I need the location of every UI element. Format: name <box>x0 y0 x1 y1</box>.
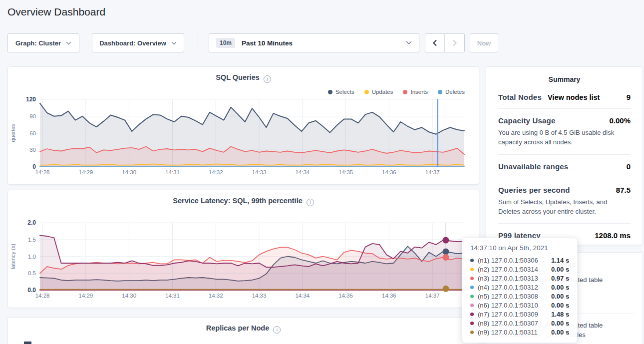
summary-title: Summary <box>486 67 643 83</box>
capacity-usage-label: Capacity Usage <box>498 116 556 125</box>
sql-queries-chart[interactable]: 14:2814:2914:3014:3114:3214:3314:3414:35… <box>8 96 479 183</box>
tooltip-node-row: (n6) 127.0.0.1:503100.00 s <box>470 301 570 310</box>
svg-text:14:31: 14:31 <box>165 169 180 175</box>
node-address: (n1) 127.0.0.1:50306 <box>478 257 551 264</box>
svg-text:14:35: 14:35 <box>338 293 353 299</box>
graph-dropdown[interactable]: Graph: Cluster <box>7 33 79 52</box>
node-latency-value: 1.48 s <box>551 311 569 318</box>
qps-desc: Sum of Selects, Updates, Inserts, and De… <box>498 198 631 217</box>
svg-text:14:33: 14:33 <box>252 293 267 299</box>
unavailable-ranges-value: 0 <box>627 162 631 171</box>
sql-queries-chart-panel: SQL Queriesi SelectsUpdatesInsertsDelete… <box>7 66 479 185</box>
node-color-dot <box>470 295 474 298</box>
dashboard-dropdown[interactable]: Dashboard: Overview <box>92 33 184 52</box>
time-step-buttons <box>425 33 465 52</box>
node-address: (n9) 127.0.0.1:50311 <box>478 329 551 336</box>
qps-value: 87.5 <box>616 186 631 194</box>
legend-item-updates[interactable]: Updates <box>364 89 393 95</box>
overview-dashboard-page: Overview Dashboard Graph: Cluster Dashbo… <box>0 0 644 344</box>
node-color-dot <box>470 313 474 316</box>
node-address: (n6) 127.0.0.1:50310 <box>478 302 551 309</box>
svg-text:14:31: 14:31 <box>165 293 180 299</box>
svg-text:14:30: 14:30 <box>122 293 136 299</box>
legend-label: Deletes <box>445 89 465 95</box>
graph-dropdown-label: Graph: Cluster <box>15 39 61 47</box>
svg-text:0.5: 0.5 <box>28 270 36 276</box>
node-color-dot <box>470 331 474 334</box>
svg-text:14:32: 14:32 <box>209 169 223 175</box>
node-address: (n5) 127.0.0.1:50308 <box>478 293 551 300</box>
svg-text:2.0: 2.0 <box>27 219 36 226</box>
qps-label: Queries per second <box>498 186 570 194</box>
svg-text:14:35: 14:35 <box>338 169 353 175</box>
summary-row-total-nodes: Total Nodes View nodes list 9 <box>498 85 631 109</box>
time-range-badge: 10m <box>216 38 235 48</box>
page-title: Overview Dashboard <box>7 6 105 18</box>
svg-text:1.5: 1.5 <box>28 237 36 243</box>
svg-text:14:28: 14:28 <box>35 293 50 299</box>
summary-row-unavailable-ranges: Unavailable ranges 0 <box>498 155 631 178</box>
node-color-dot <box>470 322 474 325</box>
svg-text:14:36: 14:36 <box>382 169 396 175</box>
service-latency-chart-panel: Service Latency: SQL, 99th percentilei 1… <box>7 190 479 308</box>
chevron-down-icon <box>171 41 177 45</box>
svg-text:14:33: 14:33 <box>252 169 267 175</box>
svg-text:14:29: 14:29 <box>78 293 93 299</box>
svg-text:30: 30 <box>29 147 36 153</box>
chevron-down-icon <box>406 41 412 45</box>
replicas-per-node-chart-title: Replicas per Nodei <box>8 324 479 334</box>
total-nodes-value: 9 <box>627 93 631 101</box>
legend-dot <box>403 90 407 94</box>
node-latency-value: 0.00 s <box>551 284 569 291</box>
time-step-forward-button[interactable] <box>445 34 464 52</box>
svg-text:14:32: 14:32 <box>209 293 223 299</box>
node-color-dot <box>470 259 474 262</box>
replicas-per-node-chart-panel: Replicas per Nodei <box>7 317 479 344</box>
tooltip-rows: (n1) 127.0.0.1:503061.14 s(n2) 127.0.0.1… <box>470 256 570 337</box>
node-color-dot <box>470 304 474 307</box>
node-address: (n2) 127.0.0.1:50314 <box>478 266 551 273</box>
svg-text:90: 90 <box>29 113 36 119</box>
svg-text:0: 0 <box>32 163 36 170</box>
svg-text:1.0: 1.0 <box>28 254 36 260</box>
chevron-left-icon <box>432 39 437 46</box>
node-color-dot <box>470 286 474 289</box>
tooltip-timestamp: 14:37:10 on Apr 5th, 2021 <box>470 244 570 252</box>
svg-text:14:34: 14:34 <box>295 169 310 175</box>
legend-item-deletes[interactable]: Deletes <box>438 89 465 95</box>
summary-row-qps: Queries per second 87.5 Sum of Selects, … <box>498 178 631 224</box>
now-button[interactable]: Now <box>470 33 498 52</box>
capacity-usage-desc: You are using 0 B of 4.5 GiB usable disk… <box>498 128 631 147</box>
svg-text:14:28: 14:28 <box>35 169 50 175</box>
svg-text:14:37: 14:37 <box>425 293 440 299</box>
info-icon[interactable]: i <box>264 75 271 83</box>
unavailable-ranges-label: Unavailable ranges <box>498 162 568 171</box>
legend-dot <box>438 90 442 94</box>
view-nodes-list-link[interactable]: View nodes list <box>548 93 600 101</box>
svg-text:14:36: 14:36 <box>382 293 396 299</box>
legend-item-inserts[interactable]: Inserts <box>403 89 428 95</box>
node-latency-value: 0.00 s <box>551 293 569 300</box>
chart-hover-tooltip: 14:37:10 on Apr 5th, 2021 (n1) 127.0.0.1… <box>462 238 578 343</box>
svg-text:60: 60 <box>29 130 36 136</box>
chevron-right-icon <box>452 39 457 46</box>
svg-text:14:34: 14:34 <box>295 293 310 299</box>
summary-panel: Summary Total Nodes View nodes list 9 Ca… <box>486 66 643 245</box>
node-color-dot <box>470 277 474 280</box>
time-range-picker[interactable]: 10m Past 10 Minutes <box>209 33 419 52</box>
info-icon[interactable]: i <box>273 326 281 334</box>
dashboard-dropdown-label: Dashboard: Overview <box>99 39 166 47</box>
tooltip-node-row: (n8) 127.0.0.1:503070.00 s <box>470 319 570 328</box>
clipped-axis-label <box>24 342 31 344</box>
node-address: (n3) 127.0.0.1:50313 <box>478 275 551 282</box>
info-icon[interactable]: i <box>307 199 314 206</box>
legend-item-selects[interactable]: Selects <box>328 89 354 95</box>
service-latency-chart[interactable]: 14:2814:2914:3014:3114:3214:3314:3414:35… <box>8 219 479 306</box>
tooltip-node-row: (n9) 127.0.0.1:503110.00 s <box>470 328 570 337</box>
sql-queries-chart-title: SQL Queriesi <box>8 73 479 83</box>
time-range-label: Past 10 Minutes <box>242 39 406 47</box>
total-nodes-label: Total Nodes <box>498 93 542 101</box>
time-step-back-button[interactable] <box>425 34 445 52</box>
node-latency-value: 0.00 s <box>551 320 569 327</box>
legend-label: Inserts <box>410 89 428 95</box>
